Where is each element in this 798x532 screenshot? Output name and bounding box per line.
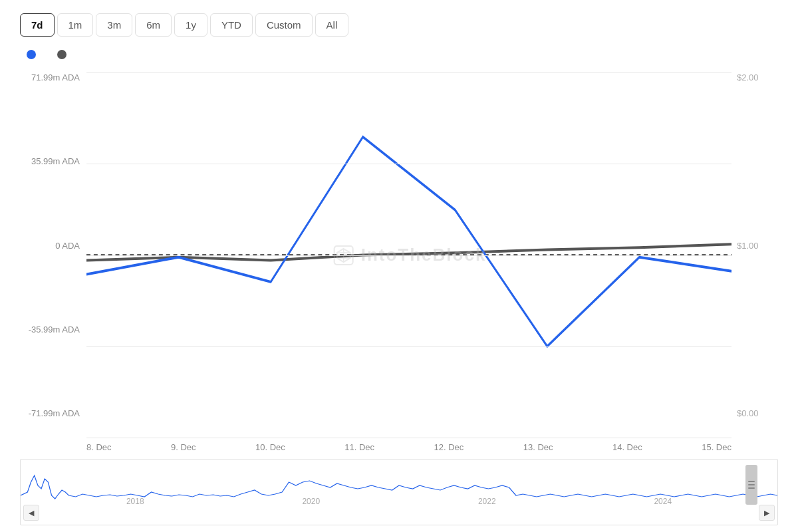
time-btn-all[interactable]: All: [315, 13, 349, 37]
y-axis-left: 71.99m ADA35.99m ADA0 ADA-35.99m ADA-71.…: [20, 72, 86, 438]
y-right-label-0: $2.00: [737, 72, 759, 82]
x-label-7: 15. Dec: [702, 442, 732, 452]
scroll-right-button[interactable]: ▶: [759, 505, 775, 521]
netflow-dot: [27, 50, 36, 59]
scroll-left-button[interactable]: ◀: [23, 505, 39, 521]
grid-line-mid: [86, 255, 732, 256]
drag-handle[interactable]: [745, 465, 757, 505]
drag-handle-lines: [748, 481, 755, 489]
mini-year-2024: 2024: [654, 497, 672, 506]
time-btn-custom[interactable]: Custom: [255, 13, 313, 37]
x-label-5: 13. Dec: [523, 442, 553, 452]
time-btn-6m[interactable]: 6m: [135, 13, 172, 37]
grid-line-top: [86, 72, 732, 73]
x-label-6: 14. Dec: [612, 442, 642, 452]
mini-year-2020: 2020: [302, 497, 320, 506]
time-btn-7d[interactable]: 7d: [20, 13, 55, 37]
y-left-label-4: -71.99m ADA: [29, 408, 80, 418]
grid-line-2: [86, 164, 732, 164]
legend-netflow: [27, 50, 41, 59]
y-left-label-3: -35.99m ADA: [29, 325, 80, 334]
y-left-label-1: 35.99m ADA: [31, 156, 80, 166]
x-label-3: 11. Dec: [344, 442, 374, 452]
time-btn-1y[interactable]: 1y: [174, 13, 207, 37]
mini-year-labels: 2018202020222024: [21, 497, 777, 506]
drag-handle-line-3: [748, 487, 755, 489]
main-container: 7d1m3m6m1yYTDCustomAll 71.99m ADA35.99m …: [0, 0, 798, 532]
chart-legend: [20, 50, 778, 59]
time-range-selector: 7d1m3m6m1yYTDCustomAll: [20, 13, 778, 37]
mini-chart-inner: 2018202020222024: [21, 460, 777, 525]
drag-handle-line-2: [748, 484, 755, 485]
mini-chart: 2018202020222024 ◀ ▶: [20, 459, 778, 525]
time-btn-3m[interactable]: 3m: [96, 13, 132, 37]
drag-handle-line-1: [748, 481, 755, 482]
time-btn-ytd[interactable]: YTD: [210, 13, 253, 37]
x-label-1: 9. Dec: [171, 442, 196, 452]
main-chart-area: 71.99m ADA35.99m ADA0 ADA-35.99m ADA-71.…: [20, 72, 778, 438]
time-btn-1m[interactable]: 1m: [57, 13, 94, 37]
mini-year-2018: 2018: [126, 497, 144, 506]
chart-canvas: IntoTheBlock: [86, 72, 732, 438]
y-right-label-4: $0.00: [737, 408, 759, 418]
price-dot: [57, 50, 66, 59]
y-left-label-0: 71.99m ADA: [31, 72, 80, 82]
grid-line-bottom: [86, 438, 732, 438]
legend-price: [57, 50, 72, 59]
x-label-0: 8. Dec: [86, 442, 112, 452]
mini-year-2022: 2022: [478, 497, 496, 506]
x-axis: 8. Dec9. Dec10. Dec11. Dec12. Dec13. Dec…: [20, 438, 778, 452]
grid-line-4: [86, 346, 732, 347]
x-label-2: 10. Dec: [255, 442, 285, 452]
y-axis-right: $2.00$1.00$0.00: [732, 72, 778, 438]
y-right-label-2: $1.00: [737, 241, 759, 251]
x-label-4: 12. Dec: [434, 442, 464, 452]
y-left-label-2: 0 ADA: [55, 241, 80, 251]
